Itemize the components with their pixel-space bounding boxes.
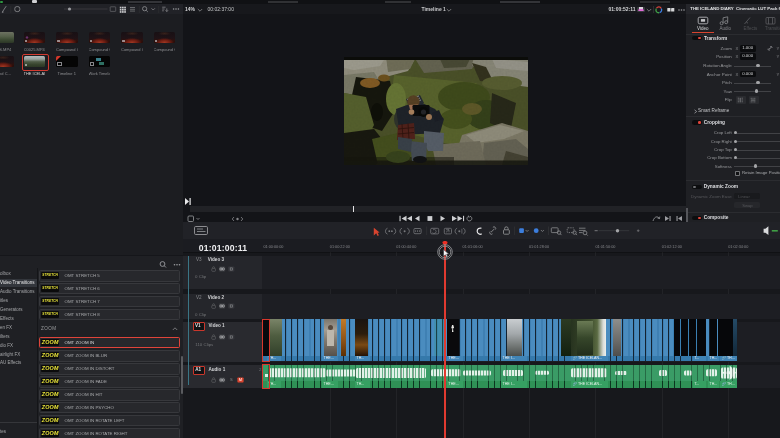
svg-text:M: M bbox=[238, 377, 241, 382]
svg-text:S: S bbox=[229, 377, 232, 382]
